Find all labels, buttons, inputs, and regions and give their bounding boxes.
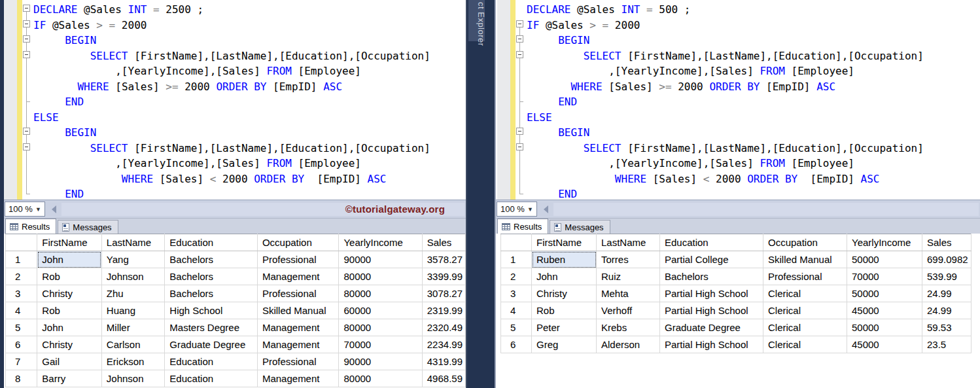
- column-header[interactable]: LastName: [597, 234, 660, 251]
- column-header[interactable]: LastName: [101, 234, 165, 251]
- row-header[interactable]: 6: [6, 336, 37, 353]
- cell[interactable]: 2320.49: [422, 319, 465, 336]
- cell[interactable]: Christy: [532, 285, 597, 302]
- cell[interactable]: Ruiz: [597, 268, 660, 285]
- cell[interactable]: Rob: [37, 302, 101, 319]
- cell[interactable]: Carlson: [101, 336, 165, 353]
- cell[interactable]: Torres: [597, 251, 660, 268]
- cell[interactable]: Professional: [763, 268, 847, 285]
- cell[interactable]: John: [37, 319, 101, 336]
- cell[interactable]: Clerical: [763, 302, 847, 319]
- column-header[interactable]: Occupation: [257, 234, 339, 251]
- cell[interactable]: 3578.27: [422, 251, 465, 268]
- cell[interactable]: 60000: [339, 302, 422, 319]
- code-area[interactable]: DECLARE @Sales INT = 500 ;IF @Sales > = …: [525, 0, 980, 200]
- cell[interactable]: Graduate Degree: [165, 336, 258, 353]
- results-grid[interactable]: FirstNameLastNameEducationOccupationYear…: [4, 234, 466, 388]
- cell[interactable]: Partial High School: [660, 285, 763, 302]
- cell[interactable]: 699.0982: [922, 251, 971, 268]
- cell[interactable]: Management: [257, 319, 339, 336]
- cell[interactable]: Peter: [532, 319, 597, 336]
- cell[interactable]: Yang: [101, 251, 165, 268]
- cell[interactable]: Ruben: [532, 251, 597, 268]
- cell[interactable]: 24.99: [922, 302, 971, 319]
- column-header[interactable]: Sales: [922, 234, 971, 251]
- collapse-region-icon[interactable]: [23, 51, 30, 58]
- cell[interactable]: 50000: [847, 285, 922, 302]
- cell[interactable]: 4968.59: [422, 370, 465, 387]
- cell[interactable]: Krebs: [597, 319, 660, 336]
- cell[interactable]: 80000: [339, 370, 422, 387]
- cell[interactable]: 90000: [339, 251, 422, 268]
- cell[interactable]: Management: [257, 336, 339, 353]
- tab-messages[interactable]: Messages: [550, 220, 610, 234]
- cell[interactable]: Bachelors: [165, 251, 258, 268]
- cell[interactable]: Christy: [37, 336, 101, 353]
- cell[interactable]: Huang: [101, 302, 165, 319]
- cell[interactable]: 3399.99: [422, 268, 465, 285]
- cell[interactable]: Johnson: [101, 370, 165, 387]
- cell[interactable]: 70000: [339, 336, 422, 353]
- collapse-region-icon[interactable]: [23, 5, 30, 12]
- cell[interactable]: 2319.99: [422, 302, 465, 319]
- cell[interactable]: Mehta: [597, 285, 660, 302]
- zoom-control[interactable]: 100 % ▼: [497, 202, 537, 217]
- row-header[interactable]: 3: [501, 285, 532, 302]
- cell[interactable]: Management: [257, 268, 339, 285]
- cell[interactable]: John: [37, 251, 101, 268]
- code-folding-margin[interactable]: [516, 0, 525, 200]
- cell[interactable]: Gail: [37, 353, 101, 370]
- row-header[interactable]: 5: [501, 319, 532, 336]
- cell[interactable]: Masters Degree: [165, 319, 258, 336]
- cell[interactable]: 2234.99: [422, 336, 465, 353]
- cell[interactable]: Professional: [257, 285, 339, 302]
- collapse-region-icon[interactable]: [23, 20, 30, 27]
- column-header[interactable]: Education: [165, 234, 258, 251]
- cell[interactable]: Rob: [37, 268, 101, 285]
- cell[interactable]: Barry: [37, 370, 101, 387]
- tab-results[interactable]: Results: [497, 219, 548, 234]
- cell[interactable]: Rob: [532, 302, 597, 319]
- cell[interactable]: Miller: [101, 319, 165, 336]
- zoom-control[interactable]: 100 % ▼: [5, 202, 45, 217]
- cell[interactable]: 50000: [847, 251, 922, 268]
- row-header[interactable]: 2: [501, 268, 532, 285]
- cell[interactable]: Professional: [257, 353, 339, 370]
- row-header[interactable]: 1: [6, 251, 37, 268]
- cell[interactable]: Education: [165, 353, 258, 370]
- column-header[interactable]: YearlyIncome: [339, 234, 422, 251]
- cell[interactable]: Zhu: [101, 285, 165, 302]
- corner-header[interactable]: [6, 234, 37, 251]
- horizontal-scrollbar[interactable]: [553, 203, 979, 216]
- collapse-region-icon[interactable]: [23, 35, 30, 43]
- cell[interactable]: Skilled Manual: [763, 251, 847, 268]
- cell[interactable]: 24.99: [922, 285, 971, 302]
- object-explorer-strip[interactable]: ct Explorer: [466, 0, 496, 388]
- cell[interactable]: Christy: [37, 285, 101, 302]
- cell[interactable]: 539.99: [922, 268, 971, 285]
- cell[interactable]: John: [532, 268, 597, 285]
- collapse-region-icon[interactable]: [516, 128, 523, 135]
- scroll-left-arrow-icon[interactable]: [544, 205, 548, 213]
- cell[interactable]: Graduate Degree: [660, 319, 763, 336]
- cell[interactable]: Erickson: [101, 353, 165, 370]
- collapse-region-icon[interactable]: [516, 51, 523, 58]
- row-header[interactable]: 7: [6, 353, 37, 370]
- column-header[interactable]: FirstName: [37, 234, 101, 251]
- cell[interactable]: Johnson: [101, 268, 165, 285]
- column-header[interactable]: YearlyIncome: [847, 234, 922, 251]
- cell[interactable]: 90000: [339, 353, 422, 370]
- cell[interactable]: Clerical: [763, 336, 847, 353]
- cell[interactable]: 45000: [847, 336, 922, 353]
- cell[interactable]: 59.53: [922, 319, 971, 336]
- cell[interactable]: 45000: [847, 302, 922, 319]
- cell[interactable]: Clerical: [763, 319, 847, 336]
- cell[interactable]: Professional: [257, 251, 339, 268]
- row-header[interactable]: 2: [6, 268, 37, 285]
- cell[interactable]: Bachelors: [165, 285, 258, 302]
- cell[interactable]: Skilled Manual: [257, 302, 339, 319]
- scroll-left-arrow-icon[interactable]: [52, 205, 56, 213]
- cell[interactable]: Partial College: [660, 251, 763, 268]
- cell[interactable]: 80000: [339, 319, 422, 336]
- collapse-region-icon[interactable]: [516, 35, 523, 43]
